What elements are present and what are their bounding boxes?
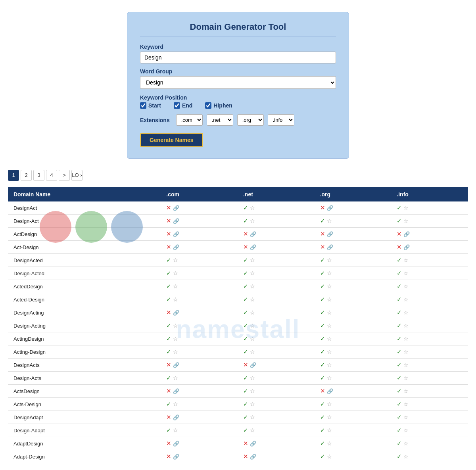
link-icon[interactable]: 🔗 <box>250 454 256 460</box>
star-icon[interactable]: ☆ <box>250 414 255 420</box>
link-icon[interactable]: 🔗 <box>173 205 179 211</box>
star-icon[interactable]: ☆ <box>173 336 178 342</box>
star-icon[interactable]: ☆ <box>327 283 332 290</box>
page-btn-next[interactable]: > <box>59 170 70 181</box>
star-icon[interactable]: ☆ <box>250 270 255 276</box>
star-icon[interactable]: ☆ <box>403 375 409 381</box>
link-icon[interactable]: 🔗 <box>173 441 179 447</box>
star-icon[interactable]: ☆ <box>250 218 255 224</box>
star-icon[interactable]: ☆ <box>173 270 178 276</box>
link-icon[interactable]: 🔗 <box>250 362 256 368</box>
star-icon[interactable]: ☆ <box>327 427 332 434</box>
star-icon[interactable]: ☆ <box>403 414 409 420</box>
star-icon[interactable]: ☆ <box>250 309 255 316</box>
link-icon[interactable]: 🔗 <box>327 388 333 394</box>
star-icon[interactable]: ☆ <box>403 388 409 394</box>
end-checkbox[interactable] <box>174 102 180 109</box>
link-icon[interactable]: 🔗 <box>173 231 179 237</box>
link-icon[interactable]: 🔗 <box>173 362 179 368</box>
page-btn-4[interactable]: 4 <box>46 170 57 181</box>
star-icon[interactable]: ☆ <box>327 440 332 447</box>
star-icon[interactable]: ☆ <box>403 296 409 303</box>
star-icon[interactable]: ☆ <box>327 257 332 263</box>
star-icon[interactable]: ☆ <box>403 257 409 263</box>
generate-button[interactable]: Generate Names <box>140 133 203 147</box>
star-icon[interactable]: ☆ <box>327 349 332 355</box>
star-icon[interactable]: ☆ <box>173 283 178 290</box>
link-icon[interactable]: 🔗 <box>173 388 179 394</box>
start-checkbox-label[interactable]: Start <box>140 102 161 109</box>
link-icon[interactable]: 🔗 <box>327 205 333 211</box>
star-icon[interactable]: ☆ <box>403 427 409 434</box>
ext1-select[interactable]: .com .net .org .info <box>176 114 203 126</box>
star-icon[interactable]: ☆ <box>327 336 332 342</box>
star-icon[interactable]: ☆ <box>250 427 255 434</box>
star-icon[interactable]: ☆ <box>327 322 332 329</box>
star-icon[interactable]: ☆ <box>327 453 332 460</box>
star-icon[interactable]: ☆ <box>250 401 255 407</box>
star-icon[interactable]: ☆ <box>250 349 255 355</box>
star-icon[interactable]: ☆ <box>327 414 332 420</box>
star-icon[interactable]: ☆ <box>173 375 178 381</box>
star-icon[interactable]: ☆ <box>250 257 255 263</box>
star-icon[interactable]: ☆ <box>250 375 255 381</box>
page-btn-3[interactable]: 3 <box>33 170 44 181</box>
star-icon[interactable]: ☆ <box>327 375 332 381</box>
star-icon[interactable]: ☆ <box>327 309 332 316</box>
star-icon[interactable]: ☆ <box>403 349 409 355</box>
star-icon[interactable]: ☆ <box>173 401 178 407</box>
star-icon[interactable]: ☆ <box>250 322 255 329</box>
word-group-select[interactable]: Design Tech Business Creative Digital <box>140 76 336 89</box>
link-icon[interactable]: 🔗 <box>250 231 256 237</box>
link-icon[interactable]: 🔗 <box>403 244 410 250</box>
link-icon[interactable]: 🔗 <box>173 244 179 250</box>
keyword-input[interactable] <box>140 52 336 63</box>
hyphen-checkbox-label[interactable]: Hiphen <box>205 102 232 109</box>
star-icon[interactable]: ☆ <box>327 362 332 368</box>
page-btn-2[interactable]: 2 <box>21 170 32 181</box>
page-btn-1[interactable]: 1 <box>8 170 19 181</box>
ext2-select[interactable]: .net .com .org .info <box>207 114 233 126</box>
star-icon[interactable]: ☆ <box>403 218 409 224</box>
star-icon[interactable]: ☆ <box>403 453 409 460</box>
star-icon[interactable]: ☆ <box>250 296 255 303</box>
star-icon[interactable]: ☆ <box>403 270 409 276</box>
star-icon[interactable]: ☆ <box>327 218 332 224</box>
link-icon[interactable]: 🔗 <box>403 231 410 237</box>
star-icon[interactable]: ☆ <box>173 257 178 263</box>
start-checkbox[interactable] <box>140 102 146 109</box>
star-icon[interactable]: ☆ <box>327 296 332 303</box>
star-icon[interactable]: ☆ <box>250 336 255 342</box>
star-icon[interactable]: ☆ <box>403 283 409 290</box>
star-icon[interactable]: ☆ <box>403 309 409 316</box>
star-icon[interactable]: ☆ <box>250 388 255 394</box>
star-icon[interactable]: ☆ <box>403 336 409 342</box>
ext3-select[interactable]: .org .com .net .info <box>237 114 264 126</box>
link-icon[interactable]: 🔗 <box>327 231 333 237</box>
star-icon[interactable]: ☆ <box>327 401 332 407</box>
hyphen-checkbox[interactable] <box>205 102 211 109</box>
page-btn-lo[interactable]: LO › <box>71 170 83 181</box>
link-icon[interactable]: 🔗 <box>327 244 333 250</box>
star-icon[interactable]: ☆ <box>173 427 178 434</box>
star-icon[interactable]: ☆ <box>173 296 178 303</box>
star-icon[interactable]: ☆ <box>250 205 255 211</box>
star-icon[interactable]: ☆ <box>173 322 178 329</box>
link-icon[interactable]: 🔗 <box>173 310 179 316</box>
link-icon[interactable]: 🔗 <box>173 218 179 224</box>
star-icon[interactable]: ☆ <box>403 362 409 368</box>
star-icon[interactable]: ☆ <box>403 401 409 407</box>
end-checkbox-label[interactable]: End <box>174 102 192 109</box>
net-cell: ✕🔗 <box>238 359 315 372</box>
star-icon[interactable]: ☆ <box>250 283 255 290</box>
star-icon[interactable]: ☆ <box>403 205 409 211</box>
star-icon[interactable]: ☆ <box>327 270 332 276</box>
link-icon[interactable]: 🔗 <box>250 244 256 250</box>
star-icon[interactable]: ☆ <box>173 349 178 355</box>
link-icon[interactable]: 🔗 <box>250 441 256 447</box>
link-icon[interactable]: 🔗 <box>173 454 179 460</box>
star-icon[interactable]: ☆ <box>403 440 409 447</box>
link-icon[interactable]: 🔗 <box>173 414 179 420</box>
star-icon[interactable]: ☆ <box>403 322 409 329</box>
ext4-select[interactable]: .info .com .net .org <box>268 114 294 126</box>
